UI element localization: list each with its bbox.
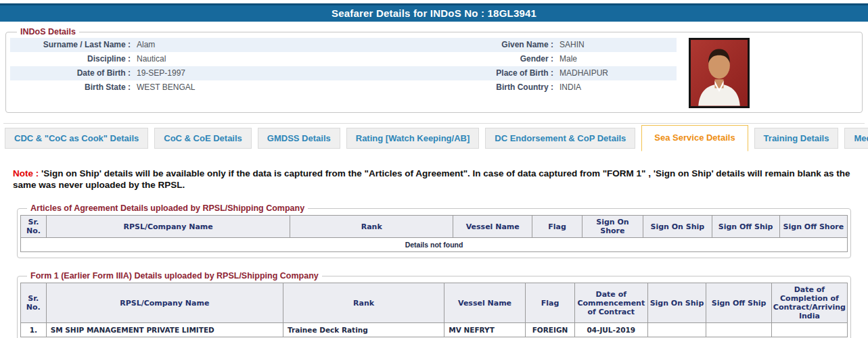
field-value-place-of-birth: MADHAIPUR (553, 66, 677, 80)
indos-rows: Surname / Last Name :AlamGiven Name :SAH… (10, 38, 677, 108)
column-header-sign-on-shore: Sign On Shore (582, 216, 643, 238)
tab-training-details[interactable]: Training Details (754, 128, 839, 149)
articles-table: Sr. No.RPSL/Company NameRankVessel NameF… (20, 215, 848, 252)
field-label-place-of-birth: Place of Birth : (477, 66, 553, 80)
articles-of-agreement-section: Articles of Agreement Details uploaded b… (17, 203, 851, 258)
cell-rpsl-company-name: SM SHIP MANAGEMENT PRIVATE LIMITED (46, 323, 283, 337)
cell-flag: FOREIGN (525, 323, 574, 337)
tab-gmdss-details[interactable]: GMDSS Details (258, 128, 340, 149)
column-header-rpsl-company-name: RPSL/Company Name (46, 216, 290, 238)
page: Seafarer Details for INDoS No : 18GL3941… (0, 3, 868, 338)
indos-row: Surname / Last Name :AlamGiven Name :SAH… (10, 38, 677, 52)
field-label-given-name: Given Name : (477, 38, 553, 52)
form1-table: Sr. No.RPSL/Company NameRankVessel NameF… (20, 283, 848, 337)
column-header-sr-no: Sr. No. (21, 216, 47, 238)
field-value-given-name: SAHIN (553, 38, 677, 52)
column-header-sign-on-ship: Sign On Ship (647, 283, 706, 323)
field-label-birth-country: Birth Country : (477, 80, 553, 95)
field-value-birth-country: INDIA (553, 80, 677, 95)
page-title: Seafarer Details for INDoS No : 18GL3941 (0, 3, 868, 22)
field-label-date-of-birth: Date of Birth : (10, 66, 131, 80)
tab-cdc-coc-as-cook-details[interactable]: CDC & "CoC as Cook" Details (5, 128, 148, 149)
cell-sign-on-ship (647, 323, 706, 337)
indos-details-section: INDoS Details Surname / Last Name :AlamG… (5, 27, 863, 113)
field-label-discipline: Discipline : (10, 52, 131, 66)
column-header-vessel-name: Vessel Name (453, 216, 532, 238)
column-header-rank: Rank (290, 216, 453, 238)
tab-medical-fitness-certificate[interactable]: Medical Fitness Certificate (844, 128, 868, 149)
tab-sea-service-details[interactable]: Sea Service Details (641, 125, 748, 151)
column-header-rpsl-company-name: RPSL/Company Name (46, 283, 283, 323)
field-label-gender: Gender : (477, 52, 553, 66)
column-header-sign-on-ship: Sign On Ship (643, 216, 712, 238)
field-value-date-of-birth: 19-SEP-1997 (131, 66, 477, 80)
column-header-date-of-commencement-of-contract: Date of Commencement of Contract (575, 283, 647, 323)
indos-row: Date of Birth :19-SEP-1997Place of Birth… (10, 66, 677, 80)
column-header-sign-off-ship: Sign Off Ship (706, 283, 771, 323)
column-header-sr-no: Sr. No. (21, 283, 47, 323)
header-row: Sr. No.RPSL/Company NameRankVessel NameF… (21, 216, 848, 238)
note-text: 'Sign on Ship' details will be available… (13, 168, 850, 190)
cell-vessel-name: MV NEFRYT (444, 323, 526, 337)
cell-date-of-commencement-of-contract: 04-JUL-2019 (575, 323, 647, 337)
column-header-date-of-completion-of-contract-arriving-india: Date of Completion of Contract/Arriving … (771, 283, 847, 323)
person-portrait-icon (691, 40, 748, 106)
photo-area (677, 38, 858, 108)
field-value-birth-state: WEST BENGAL (131, 80, 477, 95)
field-label-surname-last-name: Surname / Last Name : (10, 38, 131, 52)
column-header-sign-off-ship: Sign Off Ship (712, 216, 779, 238)
indos-row: Discipline :NauticalGender :Male (10, 52, 677, 66)
column-header-rank: Rank (283, 283, 444, 323)
tab-panel: CDC & "CoC as Cook" DetailsCoC & CoE Det… (3, 123, 865, 338)
empty-row: Details not found (21, 238, 848, 252)
column-header-flag: Flag (525, 283, 574, 323)
cell-date-of-completion-of-contract-arriving-india (771, 323, 847, 337)
indos-details-legend: INDoS Details (17, 27, 79, 37)
column-header-sign-off-shore: Sign Off Shore (779, 216, 847, 238)
form1-section: Form 1 (Earlier Form IIIA) Details uploa… (17, 271, 851, 338)
articles-legend: Articles of Agreement Details uploaded b… (27, 203, 308, 213)
cell-sign-off-ship (706, 323, 771, 337)
form1-legend: Form 1 (Earlier Form IIIA) Details uploa… (27, 271, 322, 281)
indos-details-body: Surname / Last Name :AlamGiven Name :SAH… (10, 38, 858, 108)
seafarer-photo (689, 38, 750, 108)
tab-coc-coe-details[interactable]: CoC & CoE Details (154, 128, 252, 149)
field-value-discipline: Nautical (131, 52, 477, 66)
indos-row: Birth State :WEST BENGALBirth Country :I… (10, 80, 677, 95)
empty-message: Details not found (21, 238, 848, 252)
note-prefix: Note : (13, 168, 39, 178)
tabs: CDC & "CoC as Cook" DetailsCoC & CoE Det… (3, 124, 865, 151)
field-label-birth-state: Birth State : (10, 80, 131, 95)
cell-sr-no: 1. (21, 323, 47, 337)
tab-rating-watch-keeping-ab[interactable]: Rating [Watch Keeping/AB] (346, 128, 480, 149)
column-header-vessel-name: Vessel Name (444, 283, 526, 323)
field-value-surname-last-name: Alam (131, 38, 477, 52)
column-header-flag: Flag (532, 216, 582, 238)
note: Note : 'Sign on Ship' details will be av… (13, 168, 855, 191)
table-row: 1.SM SHIP MANAGEMENT PRIVATE LIMITEDTrai… (21, 323, 848, 337)
header-row: Sr. No.RPSL/Company NameRankVessel NameF… (21, 283, 848, 323)
field-value-gender: Male (553, 52, 677, 66)
cell-rank: Trainee Deck Rating (283, 323, 444, 337)
tab-dc-endorsement-cop-details[interactable]: DC Endorsement & CoP Details (485, 128, 635, 149)
